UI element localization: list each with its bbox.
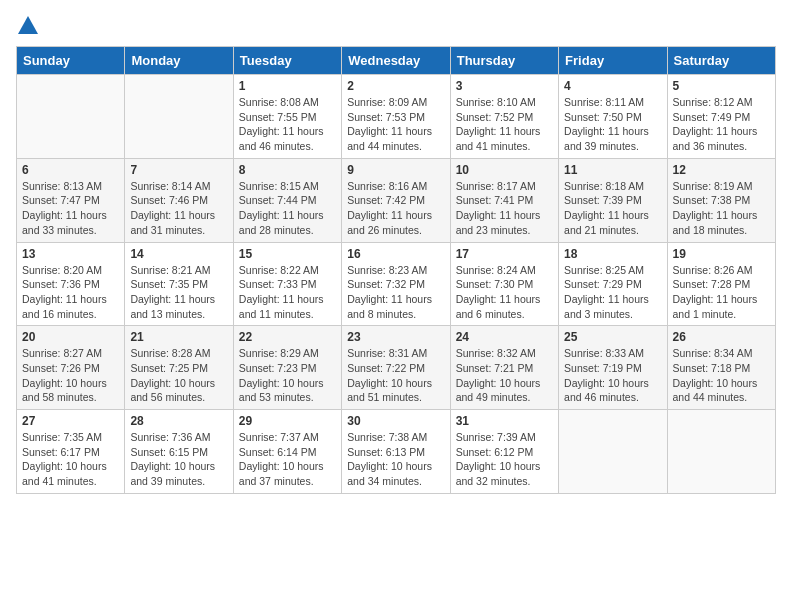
day-cell	[667, 410, 775, 494]
day-cell: 10Sunrise: 8:17 AM Sunset: 7:41 PM Dayli…	[450, 158, 558, 242]
day-number: 10	[456, 163, 553, 177]
day-number: 1	[239, 79, 336, 93]
day-number: 7	[130, 163, 227, 177]
day-number: 22	[239, 330, 336, 344]
day-info: Sunrise: 8:32 AM Sunset: 7:21 PM Dayligh…	[456, 346, 553, 405]
day-number: 12	[673, 163, 770, 177]
day-cell: 15Sunrise: 8:22 AM Sunset: 7:33 PM Dayli…	[233, 242, 341, 326]
day-number: 27	[22, 414, 119, 428]
day-number: 3	[456, 79, 553, 93]
day-info: Sunrise: 8:09 AM Sunset: 7:53 PM Dayligh…	[347, 95, 444, 154]
day-info: Sunrise: 8:28 AM Sunset: 7:25 PM Dayligh…	[130, 346, 227, 405]
day-number: 14	[130, 247, 227, 261]
day-cell: 7Sunrise: 8:14 AM Sunset: 7:46 PM Daylig…	[125, 158, 233, 242]
column-header-tuesday: Tuesday	[233, 47, 341, 75]
day-number: 5	[673, 79, 770, 93]
day-number: 15	[239, 247, 336, 261]
day-info: Sunrise: 8:21 AM Sunset: 7:35 PM Dayligh…	[130, 263, 227, 322]
day-number: 28	[130, 414, 227, 428]
day-cell: 2Sunrise: 8:09 AM Sunset: 7:53 PM Daylig…	[342, 75, 450, 159]
day-number: 25	[564, 330, 661, 344]
day-cell: 30Sunrise: 7:38 AM Sunset: 6:13 PM Dayli…	[342, 410, 450, 494]
day-cell	[559, 410, 667, 494]
day-cell: 12Sunrise: 8:19 AM Sunset: 7:38 PM Dayli…	[667, 158, 775, 242]
day-info: Sunrise: 8:16 AM Sunset: 7:42 PM Dayligh…	[347, 179, 444, 238]
column-header-wednesday: Wednesday	[342, 47, 450, 75]
day-info: Sunrise: 8:34 AM Sunset: 7:18 PM Dayligh…	[673, 346, 770, 405]
week-row-2: 6Sunrise: 8:13 AM Sunset: 7:47 PM Daylig…	[17, 158, 776, 242]
day-number: 9	[347, 163, 444, 177]
column-header-sunday: Sunday	[17, 47, 125, 75]
day-info: Sunrise: 7:38 AM Sunset: 6:13 PM Dayligh…	[347, 430, 444, 489]
day-cell: 11Sunrise: 8:18 AM Sunset: 7:39 PM Dayli…	[559, 158, 667, 242]
day-number: 20	[22, 330, 119, 344]
day-cell: 16Sunrise: 8:23 AM Sunset: 7:32 PM Dayli…	[342, 242, 450, 326]
day-cell: 18Sunrise: 8:25 AM Sunset: 7:29 PM Dayli…	[559, 242, 667, 326]
day-number: 24	[456, 330, 553, 344]
day-info: Sunrise: 8:20 AM Sunset: 7:36 PM Dayligh…	[22, 263, 119, 322]
day-number: 8	[239, 163, 336, 177]
day-cell: 20Sunrise: 8:27 AM Sunset: 7:26 PM Dayli…	[17, 326, 125, 410]
day-info: Sunrise: 7:39 AM Sunset: 6:12 PM Dayligh…	[456, 430, 553, 489]
day-number: 19	[673, 247, 770, 261]
day-info: Sunrise: 8:27 AM Sunset: 7:26 PM Dayligh…	[22, 346, 119, 405]
day-headers-row: SundayMondayTuesdayWednesdayThursdayFrid…	[17, 47, 776, 75]
day-number: 17	[456, 247, 553, 261]
day-cell: 3Sunrise: 8:10 AM Sunset: 7:52 PM Daylig…	[450, 75, 558, 159]
column-header-saturday: Saturday	[667, 47, 775, 75]
day-info: Sunrise: 8:29 AM Sunset: 7:23 PM Dayligh…	[239, 346, 336, 405]
day-cell	[125, 75, 233, 159]
day-number: 13	[22, 247, 119, 261]
day-cell: 28Sunrise: 7:36 AM Sunset: 6:15 PM Dayli…	[125, 410, 233, 494]
day-info: Sunrise: 8:23 AM Sunset: 7:32 PM Dayligh…	[347, 263, 444, 322]
day-info: Sunrise: 8:33 AM Sunset: 7:19 PM Dayligh…	[564, 346, 661, 405]
day-info: Sunrise: 8:14 AM Sunset: 7:46 PM Dayligh…	[130, 179, 227, 238]
week-row-4: 20Sunrise: 8:27 AM Sunset: 7:26 PM Dayli…	[17, 326, 776, 410]
day-cell: 21Sunrise: 8:28 AM Sunset: 7:25 PM Dayli…	[125, 326, 233, 410]
week-row-1: 1Sunrise: 8:08 AM Sunset: 7:55 PM Daylig…	[17, 75, 776, 159]
day-cell: 4Sunrise: 8:11 AM Sunset: 7:50 PM Daylig…	[559, 75, 667, 159]
column-header-monday: Monday	[125, 47, 233, 75]
svg-marker-0	[18, 16, 38, 34]
column-header-thursday: Thursday	[450, 47, 558, 75]
day-info: Sunrise: 8:08 AM Sunset: 7:55 PM Dayligh…	[239, 95, 336, 154]
day-cell: 26Sunrise: 8:34 AM Sunset: 7:18 PM Dayli…	[667, 326, 775, 410]
day-number: 11	[564, 163, 661, 177]
day-cell: 23Sunrise: 8:31 AM Sunset: 7:22 PM Dayli…	[342, 326, 450, 410]
day-info: Sunrise: 8:24 AM Sunset: 7:30 PM Dayligh…	[456, 263, 553, 322]
day-cell: 1Sunrise: 8:08 AM Sunset: 7:55 PM Daylig…	[233, 75, 341, 159]
week-row-5: 27Sunrise: 7:35 AM Sunset: 6:17 PM Dayli…	[17, 410, 776, 494]
day-cell: 25Sunrise: 8:33 AM Sunset: 7:19 PM Dayli…	[559, 326, 667, 410]
day-number: 16	[347, 247, 444, 261]
day-cell: 17Sunrise: 8:24 AM Sunset: 7:30 PM Dayli…	[450, 242, 558, 326]
day-number: 30	[347, 414, 444, 428]
day-number: 31	[456, 414, 553, 428]
day-info: Sunrise: 8:11 AM Sunset: 7:50 PM Dayligh…	[564, 95, 661, 154]
day-cell: 9Sunrise: 8:16 AM Sunset: 7:42 PM Daylig…	[342, 158, 450, 242]
day-cell: 8Sunrise: 8:15 AM Sunset: 7:44 PM Daylig…	[233, 158, 341, 242]
day-cell	[17, 75, 125, 159]
day-cell: 6Sunrise: 8:13 AM Sunset: 7:47 PM Daylig…	[17, 158, 125, 242]
column-header-friday: Friday	[559, 47, 667, 75]
logo	[16, 16, 38, 38]
day-info: Sunrise: 8:12 AM Sunset: 7:49 PM Dayligh…	[673, 95, 770, 154]
day-info: Sunrise: 8:10 AM Sunset: 7:52 PM Dayligh…	[456, 95, 553, 154]
day-info: Sunrise: 8:31 AM Sunset: 7:22 PM Dayligh…	[347, 346, 444, 405]
day-number: 21	[130, 330, 227, 344]
day-cell: 29Sunrise: 7:37 AM Sunset: 6:14 PM Dayli…	[233, 410, 341, 494]
day-info: Sunrise: 8:13 AM Sunset: 7:47 PM Dayligh…	[22, 179, 119, 238]
day-number: 23	[347, 330, 444, 344]
day-info: Sunrise: 7:37 AM Sunset: 6:14 PM Dayligh…	[239, 430, 336, 489]
logo-bird-icon	[18, 16, 38, 34]
day-number: 26	[673, 330, 770, 344]
day-number: 6	[22, 163, 119, 177]
day-cell: 27Sunrise: 7:35 AM Sunset: 6:17 PM Dayli…	[17, 410, 125, 494]
day-cell: 13Sunrise: 8:20 AM Sunset: 7:36 PM Dayli…	[17, 242, 125, 326]
day-number: 29	[239, 414, 336, 428]
day-info: Sunrise: 8:22 AM Sunset: 7:33 PM Dayligh…	[239, 263, 336, 322]
day-cell: 19Sunrise: 8:26 AM Sunset: 7:28 PM Dayli…	[667, 242, 775, 326]
day-cell: 5Sunrise: 8:12 AM Sunset: 7:49 PM Daylig…	[667, 75, 775, 159]
day-cell: 24Sunrise: 8:32 AM Sunset: 7:21 PM Dayli…	[450, 326, 558, 410]
day-info: Sunrise: 8:19 AM Sunset: 7:38 PM Dayligh…	[673, 179, 770, 238]
header	[16, 16, 776, 38]
